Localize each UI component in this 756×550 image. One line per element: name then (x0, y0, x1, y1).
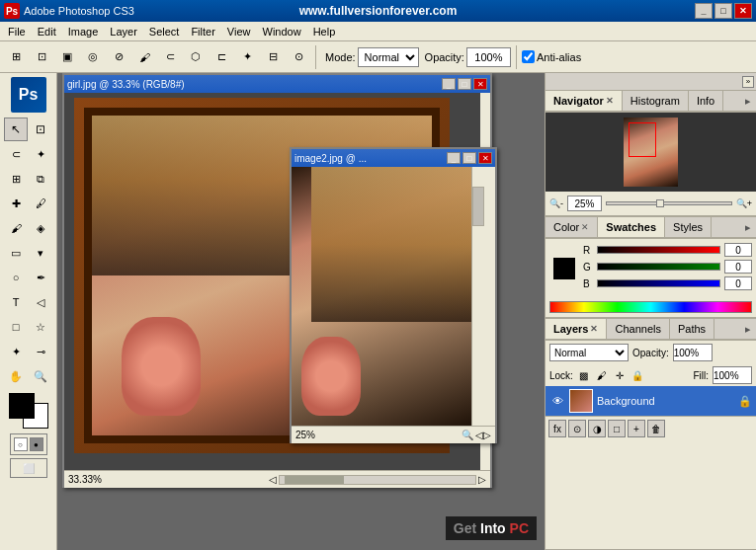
layer-new-btn[interactable]: + (628, 420, 645, 437)
color-r-input[interactable]: 0 (724, 243, 752, 257)
doc1-maximize[interactable]: □ (458, 78, 471, 90)
polygon-icon[interactable]: ⬡ (184, 45, 208, 69)
shape-tool[interactable]: □ (4, 315, 28, 339)
tool-option-icon-2[interactable]: ⊡ (30, 45, 53, 69)
nav-zoom-slider[interactable] (606, 201, 732, 205)
nav-zoom-out-icon[interactable]: 🔍- (549, 198, 563, 208)
doc1-nav-arrow-left[interactable]: ◁ (269, 474, 277, 485)
maximize-button[interactable]: □ (714, 3, 732, 19)
minimize-button[interactable]: _ (695, 3, 713, 19)
tab-navigator[interactable]: Navigator ✕ (546, 91, 623, 111)
color-options-btn[interactable]: ▸ (740, 219, 756, 235)
blend-mode-select[interactable]: Normal (549, 344, 629, 361)
navigator-options-btn[interactable]: ▸ (740, 93, 756, 109)
color-g-slider[interactable] (597, 263, 720, 271)
layer-mask-btn[interactable]: ⊙ (568, 420, 586, 437)
color-g-input[interactable]: 0 (724, 260, 752, 274)
heal-tool[interactable]: ✚ (4, 192, 28, 215)
antialias-label[interactable]: Anti-alias (522, 50, 581, 63)
doc2-maximize[interactable]: □ (462, 152, 476, 164)
tool-option-icon-5[interactable]: ⊘ (107, 45, 130, 69)
measure-tool[interactable]: ⊸ (29, 340, 52, 363)
brush-tool[interactable]: 🖌 (4, 216, 28, 240)
doc1-nav-arrow-right[interactable]: ▷ (478, 474, 486, 485)
close-button[interactable]: ✕ (734, 3, 752, 19)
brush-icon[interactable]: 🖌 (132, 45, 156, 69)
tool-option-icon-3[interactable]: ▣ (55, 45, 79, 69)
slice-tool[interactable]: ⧉ (29, 167, 52, 191)
doc2-controls[interactable]: _ □ ✕ (447, 152, 492, 164)
eraser-tool[interactable]: ▭ (4, 241, 28, 265)
doc1-minimize[interactable]: _ (442, 78, 456, 90)
layer-visibility-icon[interactable]: 👁 (549, 393, 565, 409)
wand-icon[interactable]: ✦ (235, 45, 259, 69)
tab-navigator-close[interactable]: ✕ (606, 96, 614, 106)
fill-tool[interactable]: ▾ (29, 241, 52, 265)
right-panel-collapse[interactable]: » (742, 76, 754, 88)
hand-tool[interactable]: ✋ (4, 364, 28, 388)
color-b-slider[interactable] (597, 279, 720, 287)
nav-zoom-in-icon[interactable]: 🔍+ (736, 198, 752, 208)
marquee-rect-icon[interactable]: ⊟ (261, 45, 285, 69)
layers-fill-input[interactable] (713, 366, 752, 384)
move-tool[interactable]: ↖ (4, 118, 28, 141)
lock-paint-icon[interactable]: 🖌 (595, 368, 609, 382)
menu-filter[interactable]: Filter (185, 24, 220, 39)
tab-info[interactable]: Info (689, 91, 723, 111)
tab-channels[interactable]: Channels (607, 319, 669, 339)
lock-transparency-icon[interactable]: ▩ (577, 368, 591, 382)
menu-layer[interactable]: Layer (104, 24, 143, 39)
title-controls[interactable]: _ □ ✕ (695, 3, 752, 19)
color-spectrum[interactable] (549, 301, 752, 313)
menu-file[interactable]: File (2, 24, 32, 39)
mode-select[interactable]: Normal (358, 47, 419, 67)
tab-swatches[interactable]: Swatches (598, 217, 665, 237)
pen-tool[interactable]: ✒ (29, 266, 52, 289)
menu-help[interactable]: Help (307, 24, 342, 39)
foreground-color-swatch[interactable] (9, 393, 35, 419)
screen-mode-button[interactable]: ⬜ (10, 458, 47, 478)
lock-position-icon[interactable]: ✛ (613, 368, 627, 382)
tab-color-close[interactable]: ✕ (581, 222, 589, 232)
quick-mask-button[interactable]: ○ ● (10, 433, 47, 455)
layers-options-btn[interactable]: ▸ (740, 321, 756, 337)
history-tool[interactable]: ◈ (29, 216, 52, 240)
doc1-scroll-bar[interactable] (279, 475, 476, 485)
doc1-controls[interactable]: _ □ ✕ (442, 78, 487, 90)
tool-option-icon-4[interactable]: ◎ (81, 45, 105, 69)
tab-color[interactable]: Color ✕ (546, 217, 598, 237)
menu-view[interactable]: View (221, 24, 257, 39)
layers-opacity-input[interactable] (673, 344, 713, 361)
menu-select[interactable]: Select (143, 24, 186, 39)
menu-edit[interactable]: Edit (32, 24, 62, 39)
doc1-title-bar[interactable]: girl.jpg @ 33.3% (RGB/8#) _ □ ✕ (64, 75, 490, 93)
lasso-tool[interactable]: ⊂ (4, 142, 28, 166)
crop-tool[interactable]: ⊞ (4, 167, 28, 191)
doc2-nav-arrow[interactable]: ◁▷ (475, 430, 491, 440)
color-b-input[interactable]: 0 (724, 276, 752, 290)
layer-item-background[interactable]: 👁 Background 🔒 (546, 386, 756, 416)
doc2-title-bar[interactable]: image2.jpg @ ... _ □ ✕ (292, 149, 495, 167)
color-fg-box[interactable] (553, 258, 575, 279)
dodge-tool[interactable]: ○ (4, 266, 28, 289)
marquee-circ-icon[interactable]: ⊙ (287, 45, 310, 69)
tool-option-icon-1[interactable]: ⊞ (4, 45, 28, 69)
doc1-close[interactable]: ✕ (473, 78, 487, 90)
notes-tool[interactable]: ☆ (29, 315, 52, 339)
magnetic-icon[interactable]: ⊏ (210, 45, 233, 69)
tab-layers-close[interactable]: ✕ (590, 324, 598, 334)
type-tool[interactable]: T (4, 290, 28, 314)
tab-styles[interactable]: Styles (665, 217, 712, 237)
quick-select-tool[interactable]: ✦ (29, 142, 52, 166)
antialias-checkbox[interactable] (522, 50, 535, 63)
zoom-tool[interactable]: 🔍 (29, 364, 52, 388)
tab-histogram[interactable]: Histogram (623, 91, 689, 111)
tab-paths[interactable]: Paths (670, 319, 714, 339)
doc2-close[interactable]: ✕ (478, 152, 492, 164)
doc2-vscroll[interactable] (471, 167, 485, 426)
marquee-tool[interactable]: ⊡ (29, 118, 52, 141)
layer-group-btn[interactable]: □ (608, 420, 626, 437)
layer-fx-btn[interactable]: fx (548, 420, 566, 437)
menu-image[interactable]: Image (62, 24, 105, 39)
layer-adjust-btn[interactable]: ◑ (588, 420, 606, 437)
